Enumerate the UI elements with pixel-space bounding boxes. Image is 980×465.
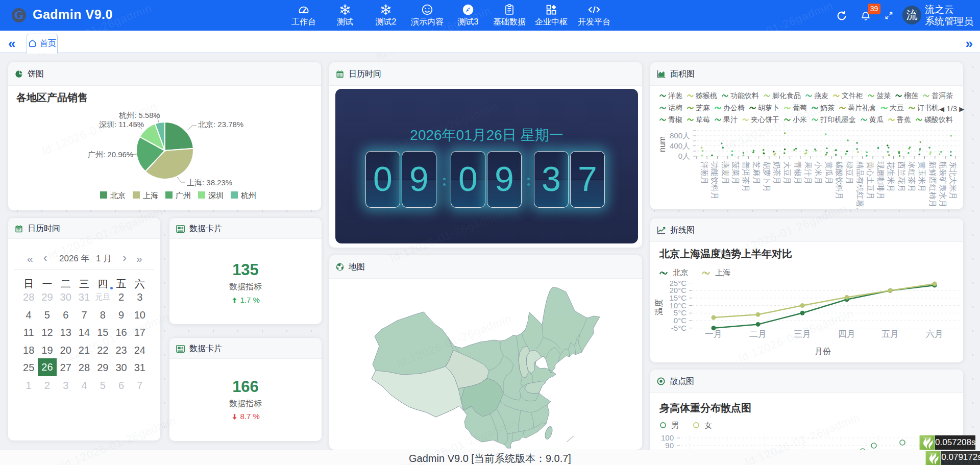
svg-text:二月: 二月 xyxy=(749,329,767,339)
svg-text:上海: 38.23%: 上海: 38.23% xyxy=(187,178,232,187)
svg-text:四月: 四月 xyxy=(838,329,855,339)
svg-text:五月: 五月 xyxy=(881,329,899,339)
svg-text:深圳: 11.45%: 深圳: 11.45% xyxy=(99,120,144,129)
svg-text:现磨咖啡月: 现磨咖啡月 xyxy=(876,161,885,200)
svg-text:温度: 温度 xyxy=(654,299,663,315)
svg-text:-5°C: -5°C xyxy=(671,324,687,332)
svg-text:冰红茶月: 冰红茶月 xyxy=(908,161,916,192)
svg-text:杭州: 杭州 xyxy=(240,191,256,200)
svg-text:功能饮料月: 功能饮料月 xyxy=(710,161,719,200)
svg-text:芝麻月: 芝麻月 xyxy=(752,161,761,184)
svg-text:广州: 20.96%: 广州: 20.96% xyxy=(88,150,133,159)
svg-text:花生米月: 花生米月 xyxy=(887,161,895,192)
svg-text:燕麦月: 燕麦月 xyxy=(721,161,730,184)
svg-text:90: 90 xyxy=(665,441,674,450)
svg-text:广州: 广州 xyxy=(176,191,191,200)
svg-text:西兰花月: 西兰花月 xyxy=(897,161,906,192)
svg-text:num: num xyxy=(658,136,667,152)
svg-text:精品有机红薯月: 精品有机红薯月 xyxy=(856,161,865,209)
svg-text:菠菜月: 菠菜月 xyxy=(731,161,740,184)
svg-text:果汁月: 果汁月 xyxy=(804,161,813,184)
svg-text:北京: 23.78%: 北京: 23.78% xyxy=(198,120,243,129)
svg-text:绿豆月: 绿豆月 xyxy=(845,161,854,184)
svg-text:黄玉米月: 黄玉米月 xyxy=(918,161,926,192)
svg-text:800人: 800人 xyxy=(670,131,690,140)
svg-text:青椒月: 青椒月 xyxy=(794,161,802,184)
svg-text:深圳: 深圳 xyxy=(208,191,224,200)
svg-text:六月: 六月 xyxy=(926,329,943,339)
svg-text:碳酸饮料月: 碳酸饮料月 xyxy=(835,161,844,200)
svg-text:黄瓜月: 黄瓜月 xyxy=(825,161,834,184)
svg-text:月份: 月份 xyxy=(815,347,831,356)
svg-text:北京: 北京 xyxy=(110,191,126,200)
svg-text:小米月: 小米月 xyxy=(814,161,823,184)
svg-text:杭州: 5.58%: 杭州: 5.58% xyxy=(118,111,160,119)
svg-text:大豆月: 大豆月 xyxy=(783,161,792,184)
svg-text:400人: 400人 xyxy=(670,141,690,150)
svg-text:东北大米月: 东北大米月 xyxy=(949,161,958,200)
svg-text:0人: 0人 xyxy=(678,152,690,160)
svg-text:三月: 三月 xyxy=(794,329,811,339)
svg-text:一月: 一月 xyxy=(705,329,722,339)
svg-text:新鲜西红柿月: 新鲜西红柿月 xyxy=(928,161,937,207)
svg-text:黄心土豆月: 黄心土豆月 xyxy=(866,161,875,200)
svg-text:普洱茶月: 普洱茶月 xyxy=(742,161,750,192)
svg-text:奶茶月: 奶茶月 xyxy=(773,161,781,184)
svg-text:瓶装矿泉水月: 瓶装矿泉水月 xyxy=(939,161,947,207)
svg-text:胡萝卜月: 胡萝卜月 xyxy=(763,161,771,192)
svg-text:洋葱月: 洋葱月 xyxy=(700,161,709,184)
svg-text:上海: 上海 xyxy=(143,191,158,200)
